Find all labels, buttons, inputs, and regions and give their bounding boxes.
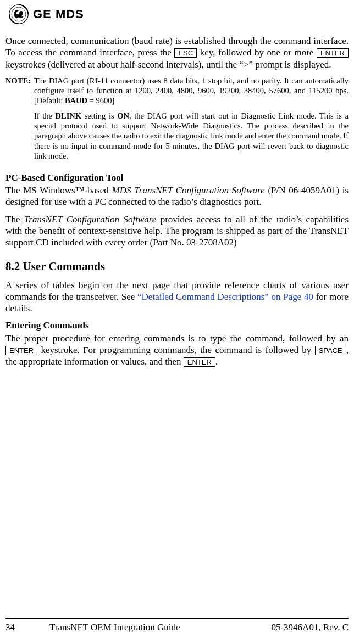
note-label: NOTE:: [5, 76, 31, 166]
text: setting is: [81, 111, 117, 120]
footer-revision: 05-3946A01, Rev. C: [271, 621, 349, 633]
pc-tool-paragraph-1: The MS Windows™-based MDS TransNET Confi…: [5, 184, 349, 208]
user-commands-intro: A series of tables begin on the next pag…: [5, 279, 349, 315]
header-logo: GE MDS: [9, 4, 349, 24]
text-bold: DLINK: [56, 111, 82, 120]
text: The: [5, 214, 24, 225]
enter-key: ENTER: [184, 357, 215, 367]
text: If the: [34, 111, 56, 120]
intro-paragraph: Once connected, communication (baud rate…: [5, 35, 349, 70]
text: .: [215, 356, 218, 367]
page-footer: 34 TransNET OEM Integration Guide 05-394…: [5, 618, 349, 633]
cross-reference-link[interactable]: “Detailed Command Descriptions” on Page …: [137, 292, 313, 302]
section-heading-user-commands: 8.2 User Commands: [5, 259, 349, 273]
note-body: The DIAG port (RJ-11 connector) uses 8 d…: [34, 76, 349, 166]
text: = 9600]: [87, 96, 114, 105]
page-number: 34: [5, 621, 49, 633]
text-italic: MDS TransNET Configuration Software: [112, 185, 265, 195]
esc-key: ESC: [174, 48, 197, 58]
text: The MS Windows™-based: [5, 185, 112, 195]
text-bold: BAUD: [65, 96, 87, 105]
entering-commands-paragraph: The proper procedure for entering comman…: [5, 333, 349, 368]
text: keystroke. For programming commands, the…: [37, 345, 315, 355]
enter-key: ENTER: [5, 346, 37, 355]
ge-logo-icon: [9, 4, 29, 24]
pc-tool-paragraph-2: The TransNET Configuration Software prov…: [5, 214, 349, 249]
note-paragraph-1: The DIAG port (RJ-11 connector) uses 8 d…: [34, 76, 349, 105]
enter-key: ENTER: [317, 48, 349, 58]
main-content: Once connected, communication (baud rate…: [5, 35, 349, 367]
note-block: NOTE: The DIAG port (RJ-11 connector) us…: [5, 76, 349, 166]
space-key: SPACE: [315, 346, 346, 355]
text-italic: TransNET Configuration Software: [24, 214, 157, 225]
footer-title: TransNET OEM Integration Guide: [49, 621, 271, 633]
subheading-pc-tool: PC-Based Configuration Tool: [5, 172, 349, 183]
note-paragraph-2: If the DLINK setting is ON, the DIAG por…: [34, 111, 349, 161]
text-bold: ON: [117, 111, 129, 120]
subheading-entering-commands: Entering Commands: [5, 320, 349, 331]
text: The proper procedure for entering comman…: [5, 333, 349, 344]
text: key, followed by one or more: [197, 47, 317, 58]
brand-name: GE MDS: [33, 7, 84, 22]
text: keystrokes (delivered at about half-seco…: [5, 59, 331, 70]
